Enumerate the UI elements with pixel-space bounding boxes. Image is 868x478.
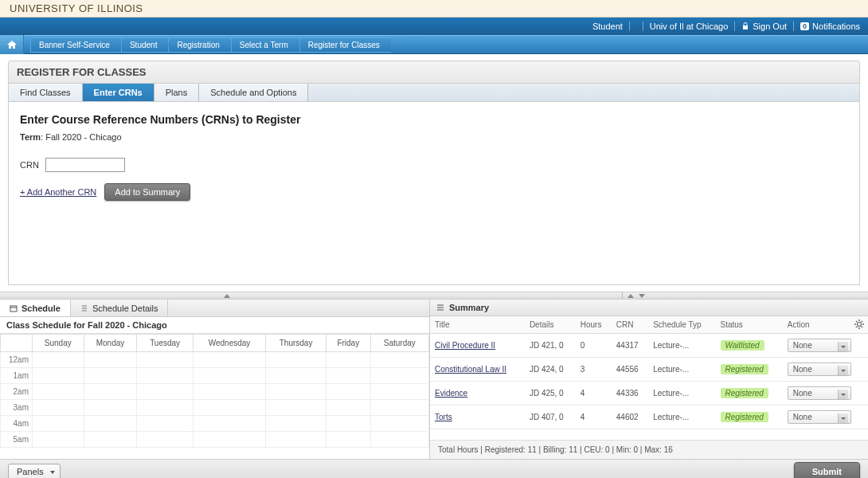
home-button[interactable] bbox=[0, 35, 24, 54]
schedule-cell[interactable] bbox=[370, 368, 428, 384]
status-badge: Waitlisted bbox=[721, 340, 764, 351]
submit-button[interactable]: Submit bbox=[794, 462, 860, 479]
notifications-link[interactable]: 0 Notifications bbox=[800, 22, 860, 31]
content-area: Enter Course Reference Numbers (CRNs) to… bbox=[8, 102, 860, 285]
breadcrumb-item[interactable]: Student bbox=[121, 37, 168, 53]
schedule-cell[interactable] bbox=[33, 416, 84, 432]
schedule-cell[interactable] bbox=[370, 352, 428, 368]
tab-find-classes[interactable]: Find Classes bbox=[9, 84, 83, 101]
breadcrumb-item[interactable]: Registration bbox=[168, 37, 230, 53]
chevron-up-icon[interactable] bbox=[224, 294, 230, 298]
chevron-down-icon[interactable] bbox=[639, 294, 645, 298]
tab-plans[interactable]: Plans bbox=[154, 84, 200, 101]
tab-schedule-and-options[interactable]: Schedule and Options bbox=[199, 84, 308, 101]
schedule-cell[interactable] bbox=[326, 400, 370, 416]
horizontal-splitter[interactable] bbox=[0, 292, 868, 300]
schedule-cell[interactable] bbox=[326, 384, 370, 400]
course-title-link[interactable]: Evidence bbox=[435, 389, 467, 398]
course-title-link[interactable]: Civil Procedure II bbox=[435, 341, 495, 350]
schedule-cell[interactable] bbox=[137, 368, 193, 384]
schedule-cell[interactable] bbox=[266, 432, 326, 448]
role-link[interactable]: Student bbox=[592, 22, 623, 31]
schedule-cell[interactable] bbox=[84, 384, 137, 400]
schedule-cell[interactable] bbox=[266, 368, 326, 384]
lock-icon bbox=[741, 22, 749, 30]
schedule-cell[interactable] bbox=[326, 368, 370, 384]
schedule-cell[interactable] bbox=[33, 368, 84, 384]
schedule-cell[interactable] bbox=[193, 432, 265, 448]
breadcrumb-item[interactable]: Banner Self-Service bbox=[30, 37, 121, 53]
logo-text: UNIVERSITY OF ILLINOIS bbox=[10, 2, 143, 14]
chevron-up-icon[interactable] bbox=[628, 294, 634, 298]
course-hours: 0 bbox=[576, 334, 612, 358]
schedule-cell[interactable] bbox=[266, 416, 326, 432]
panels-dropdown[interactable]: Panels bbox=[8, 464, 61, 479]
schedule-cell[interactable] bbox=[370, 416, 428, 432]
breadcrumb-item[interactable]: Register for Classes bbox=[299, 37, 391, 53]
logo: UNIVERSITY OF ILLINOIS bbox=[10, 2, 143, 15]
topbar: Student Univ of Il at Chicago Sign Out 0… bbox=[0, 18, 868, 35]
schedule-cell[interactable] bbox=[137, 384, 193, 400]
schedule-cell[interactable] bbox=[326, 352, 370, 368]
schedule-cell[interactable] bbox=[193, 368, 265, 384]
schedule-cell[interactable] bbox=[266, 400, 326, 416]
course-details: JD 421, 0 bbox=[525, 334, 576, 358]
course-title-link[interactable]: Constitutional Law II bbox=[435, 365, 506, 374]
schedule-cell[interactable] bbox=[137, 432, 193, 448]
action-dropdown[interactable]: None bbox=[788, 339, 851, 352]
schedule-cell[interactable] bbox=[193, 416, 265, 432]
signout-link[interactable]: Sign Out bbox=[741, 22, 787, 31]
crn-input[interactable] bbox=[45, 158, 125, 172]
schedule-cell[interactable] bbox=[193, 384, 265, 400]
schedule-cell[interactable] bbox=[326, 432, 370, 448]
schedule-cell[interactable] bbox=[137, 416, 193, 432]
term-line: Term: Fall 2020 - Chicago bbox=[20, 132, 848, 142]
course-crn: 44336 bbox=[612, 382, 648, 406]
breadcrumb-item[interactable]: Select a Term bbox=[231, 37, 299, 53]
table-row[interactable]: Constitutional Law IIJD 424, 0344556Lect… bbox=[430, 358, 868, 382]
schedule-cell[interactable] bbox=[33, 384, 84, 400]
schedule-cell[interactable] bbox=[33, 352, 84, 368]
crn-row: CRN bbox=[20, 158, 848, 172]
schedule-cell[interactable] bbox=[33, 400, 84, 416]
schedule-cell[interactable] bbox=[84, 368, 137, 384]
campus-link[interactable]: Univ of Il at Chicago bbox=[650, 22, 728, 31]
day-header: Thursday bbox=[266, 335, 326, 352]
schedule-cell[interactable] bbox=[137, 400, 193, 416]
schedule-cell[interactable] bbox=[370, 384, 428, 400]
tab-enter-crns[interactable]: Enter CRNs bbox=[83, 84, 154, 101]
course-details: JD 407, 0 bbox=[525, 406, 576, 429]
table-row[interactable]: Civil Procedure IIJD 421, 0044317Lecture… bbox=[430, 334, 868, 358]
schedule-cell[interactable] bbox=[84, 400, 137, 416]
schedule-cell[interactable] bbox=[137, 352, 193, 368]
gear-icon[interactable] bbox=[854, 319, 865, 330]
course-title-link[interactable]: Torts bbox=[435, 413, 452, 421]
schedule-grid[interactable]: SundayMondayTuesdayWednesdayThursdayFrid… bbox=[0, 334, 429, 459]
schedule-type: Lecture-... bbox=[648, 358, 715, 382]
schedule-type: Lecture-... bbox=[648, 382, 715, 406]
tab-schedule[interactable]: Schedule bbox=[0, 300, 71, 316]
schedule-cell[interactable] bbox=[370, 400, 428, 416]
day-header: Sunday bbox=[33, 335, 84, 352]
action-dropdown[interactable]: None bbox=[788, 362, 851, 376]
add-another-crn-link[interactable]: + Add Another CRN bbox=[20, 187, 96, 197]
schedule-cell[interactable] bbox=[370, 432, 428, 448]
schedule-cell[interactable] bbox=[326, 416, 370, 432]
schedule-cell[interactable] bbox=[84, 416, 137, 432]
schedule-cell[interactable] bbox=[266, 384, 326, 400]
schedule-cell[interactable] bbox=[84, 352, 137, 368]
table-row[interactable]: TortsJD 407, 0444602Lecture-...Registere… bbox=[430, 406, 868, 429]
schedule-cell[interactable] bbox=[193, 400, 265, 416]
schedule-cell[interactable] bbox=[266, 352, 326, 368]
schedule-cell[interactable] bbox=[84, 432, 137, 448]
action-dropdown[interactable]: None bbox=[788, 386, 851, 400]
breadcrumb: Banner Self-ServiceStudentRegistrationSe… bbox=[30, 37, 391, 53]
table-row[interactable]: EvidenceJD 425, 0444336Lecture-...Regist… bbox=[430, 382, 868, 406]
action-dropdown[interactable]: None bbox=[788, 410, 851, 424]
tab-schedule-details[interactable]: Schedule Details bbox=[71, 300, 169, 316]
content-heading: Enter Course Reference Numbers (CRNs) to… bbox=[20, 113, 848, 126]
schedule-cell[interactable] bbox=[33, 432, 84, 448]
schedule-cell[interactable] bbox=[193, 352, 265, 368]
action-row: + Add Another CRN Add to Summary bbox=[20, 183, 848, 201]
add-to-summary-button[interactable]: Add to Summary bbox=[104, 183, 190, 201]
